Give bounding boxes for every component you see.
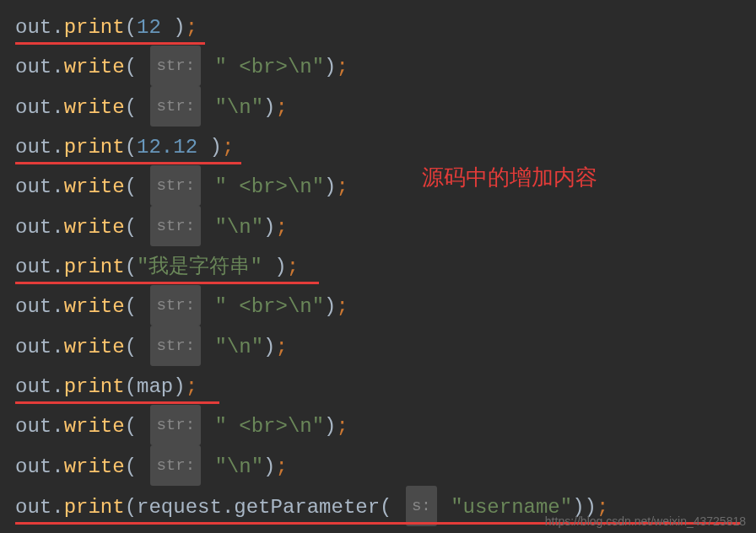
- token-print: print: [64, 496, 125, 519]
- token-dot: .: [51, 96, 63, 119]
- token-out: out: [15, 136, 51, 159]
- token-semi: ;: [275, 216, 287, 239]
- param-hint: str:: [150, 165, 201, 206]
- token-print: print: [64, 375, 125, 398]
- token-close: ): [324, 175, 336, 198]
- token-semi: ;: [337, 415, 348, 438]
- space: [137, 96, 148, 119]
- token-out: out: [15, 295, 51, 318]
- token-string: " <br>\n": [214, 56, 324, 78]
- code-line: out.write( str: " <br>\n");: [15, 406, 741, 447]
- space: [202, 216, 214, 239]
- token-out: out: [15, 256, 51, 278]
- token-number: 12.12: [137, 136, 197, 159]
- code-line: out.print(map);: [15, 368, 741, 406]
- token-getparam: getParameter: [234, 496, 380, 519]
- token-open: (: [125, 455, 137, 478]
- token-open: (: [125, 96, 137, 119]
- space: [439, 496, 451, 519]
- token-out: out: [15, 96, 51, 119]
- token-semi: ;: [275, 336, 287, 358]
- token-print: print: [64, 136, 125, 159]
- token-string: "我是字符串": [137, 256, 262, 278]
- space: [202, 336, 214, 358]
- space: [392, 496, 404, 519]
- space: [262, 256, 274, 278]
- token-write: write: [64, 415, 125, 438]
- space: [137, 216, 148, 239]
- space: [137, 336, 148, 358]
- param-hint: s:: [406, 486, 437, 526]
- space: [202, 455, 214, 478]
- space: [137, 415, 148, 438]
- token-out: out: [15, 375, 51, 398]
- underline-red: [15, 42, 205, 45]
- space: [137, 175, 148, 198]
- token-dot: .: [51, 455, 63, 478]
- token-write: write: [64, 295, 125, 318]
- token-dot: .: [51, 336, 63, 358]
- code-line: out.write( str: " <br>\n");: [15, 167, 741, 207]
- code-line: out.write( str: "\n");: [15, 447, 741, 487]
- token-close: ): [173, 375, 185, 398]
- token-open: (: [125, 336, 137, 358]
- token-semi: ;: [337, 175, 348, 198]
- code-line: out.print("我是字符串" );: [15, 248, 741, 287]
- token-print: print: [64, 16, 125, 39]
- watermark-text: https://blog.csdn.net/weixin_43725818: [545, 514, 746, 528]
- token-close: ): [263, 455, 275, 478]
- token-semi: ;: [287, 256, 299, 278]
- token-semi: ;: [186, 16, 197, 39]
- token-out: out: [15, 336, 51, 358]
- annotation-text: 源码中的增加内容: [422, 163, 597, 192]
- token-dot: .: [51, 175, 63, 198]
- space: [197, 136, 209, 159]
- token-open: (: [125, 216, 137, 239]
- token-open: (: [125, 136, 137, 159]
- token-open: (: [125, 256, 137, 278]
- token-write: write: [64, 455, 125, 478]
- code-line: out.print(12 );: [15, 8, 741, 47]
- token-close: ): [324, 295, 336, 318]
- space: [202, 96, 214, 119]
- token-dot: .: [222, 496, 234, 519]
- token-dot: .: [51, 136, 63, 159]
- token-string: "\n": [214, 336, 263, 358]
- token-semi: ;: [275, 455, 287, 478]
- token-request: request: [137, 496, 222, 519]
- token-open: (: [380, 496, 392, 519]
- token-out: out: [15, 455, 51, 478]
- token-open: (: [125, 496, 137, 519]
- param-hint: str:: [150, 46, 201, 86]
- token-string: "\n": [214, 216, 263, 239]
- underline-red: [15, 401, 219, 404]
- space: [137, 56, 148, 78]
- token-out: out: [15, 175, 51, 198]
- token-close: ): [324, 415, 336, 438]
- code-line: out.write( str: "\n");: [15, 88, 741, 128]
- token-out: out: [15, 415, 51, 438]
- token-close: ): [324, 56, 336, 78]
- token-string: "\n": [214, 96, 263, 119]
- token-write: write: [64, 336, 125, 358]
- space: [202, 175, 214, 198]
- token-open: (: [125, 375, 137, 398]
- token-string: "\n": [214, 455, 263, 478]
- param-hint: str:: [150, 445, 201, 486]
- space: [202, 415, 214, 438]
- token-semi: ;: [337, 56, 348, 78]
- token-out: out: [15, 216, 51, 239]
- token-close: ): [263, 216, 275, 239]
- token-write: write: [64, 56, 125, 78]
- space: [161, 16, 173, 39]
- token-dot: .: [51, 256, 63, 278]
- param-hint: str:: [150, 285, 201, 326]
- token-out: out: [15, 16, 51, 39]
- token-open: (: [125, 56, 137, 78]
- token-close: ): [209, 136, 221, 159]
- token-dot: .: [51, 295, 63, 318]
- token-open: (: [125, 415, 137, 438]
- underline-red: [15, 282, 319, 284]
- code-line: out.write( str: " <br>\n");: [15, 47, 741, 88]
- token-open: (: [125, 295, 137, 318]
